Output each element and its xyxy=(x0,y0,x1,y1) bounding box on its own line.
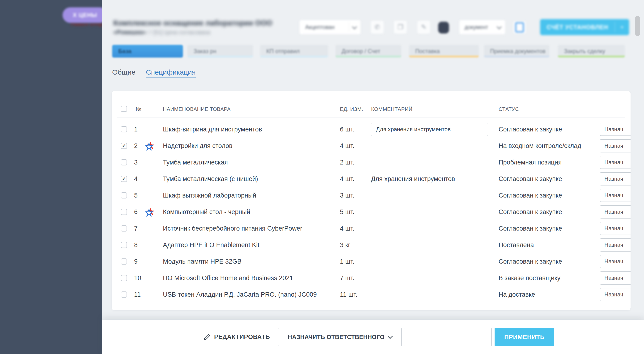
product-quantity: 4 шт. xyxy=(340,220,354,237)
product-name: ПО Microsoft Office Home and Business 20… xyxy=(163,270,293,286)
row-star-badge xyxy=(146,141,154,151)
copy-button[interactable] xyxy=(514,21,526,34)
assign-button[interactable]: Назнач xyxy=(600,123,630,136)
footer-action-bar: РЕДАКТИРОВАТЬ НАЗНАЧИТЬ ОТВЕТСТВЕННОГО П… xyxy=(102,320,644,354)
status-dropdown-button[interactable]: Акцептован xyxy=(299,20,361,34)
pipeline-stage-accent xyxy=(484,56,549,58)
assign-button[interactable]: Назнач xyxy=(600,139,630,152)
plus-icon: + xyxy=(615,24,629,30)
dark-badge-icon[interactable] xyxy=(438,22,449,34)
row-checkbox[interactable]: ✔ xyxy=(121,143,127,149)
product-name: Шкаф-витрина для инструментов xyxy=(163,121,262,138)
row-number: 1 xyxy=(134,121,150,138)
product-name: Модуль памяти HPE 32GB xyxy=(163,253,242,270)
product-quantity: 7 шт. xyxy=(340,270,354,286)
row-number: 7 xyxy=(134,220,150,237)
row-checkbox[interactable] xyxy=(121,159,127,166)
deal-title-line1: Комплексное оснащение лаборатории ООО xyxy=(113,19,272,28)
pipeline-stage-accent xyxy=(558,56,625,58)
pipeline-stage-pill[interactable]: Приемка документов xyxy=(484,45,549,58)
pipeline-stage-pill[interactable]: Закрыть сделку xyxy=(558,45,625,58)
row-number: 5 xyxy=(134,187,150,204)
status-text: В заказе поставщику xyxy=(498,270,560,286)
assign-button[interactable]: Назнач xyxy=(600,222,630,235)
row-number: 8 xyxy=(134,237,150,253)
product-name: Компьютерный стол - черный xyxy=(163,204,250,220)
status-text: Согласован к закупке xyxy=(498,171,562,187)
footer-value-input[interactable] xyxy=(404,328,492,346)
pipeline-stage-pill[interactable]: Заказ рн xyxy=(188,45,253,58)
deal-company-name: «Ромашка» xyxy=(113,29,146,36)
product-quantity: 6 шт. xyxy=(340,121,354,138)
tab-specification[interactable]: Спецификация xyxy=(146,68,196,78)
row-checkbox[interactable] xyxy=(121,192,127,198)
tab-general[interactable]: Общие xyxy=(112,68,136,76)
deal-title: Комплексное оснащение лаборатории ООО «Р… xyxy=(113,19,272,36)
primary-header-button[interactable]: СЧЁТ УСТАНОВЛЕН + xyxy=(540,19,629,35)
document-dropdown-button[interactable]: документ xyxy=(459,20,506,34)
select-all-checkbox[interactable] xyxy=(121,106,127,112)
divider xyxy=(117,101,625,101)
row-checkbox[interactable] xyxy=(121,258,127,264)
table-row: 3Тумба металлическая2 шт.Проблемная пози… xyxy=(112,154,630,171)
product-quantity: 4 шт. xyxy=(340,171,354,187)
pipeline-stage-pill[interactable]: КП отправил xyxy=(260,45,328,58)
row-checkbox[interactable]: ✔ xyxy=(121,176,127,182)
assign-button[interactable]: Назнач xyxy=(600,288,630,301)
chevron-down-icon xyxy=(497,24,502,29)
column-header-status: СТАТУС xyxy=(498,106,519,113)
phone-button[interactable]: ✆ xyxy=(371,20,384,34)
assign-responsible-button[interactable]: НАЗНАЧИТЬ ОТВЕТСТВЕННОГО xyxy=(278,328,402,346)
row-checkbox[interactable] xyxy=(121,275,127,281)
product-quantity: 3 шт. xyxy=(340,187,354,204)
table-row: ✔2Надстройки для столов4 шт.На входном к… xyxy=(112,138,630,154)
pipeline-stage-pill[interactable]: Договор / Счет xyxy=(336,45,401,58)
product-name: Тумба металлическая xyxy=(163,154,228,171)
divider xyxy=(349,22,349,32)
row-checkbox[interactable] xyxy=(121,292,127,298)
pencil-icon xyxy=(204,334,210,340)
product-name: Источник бесперебойного питания CyberPow… xyxy=(163,220,302,237)
pipeline-stage-accent xyxy=(409,56,479,58)
scrollbar-thumb[interactable] xyxy=(635,16,640,36)
row-checkbox[interactable] xyxy=(121,226,127,232)
row-checkbox[interactable] xyxy=(121,242,127,248)
assign-button[interactable]: Назнач xyxy=(600,272,630,284)
table-row: 6Компьютерный стол - черный5 шт.Согласов… xyxy=(112,204,630,220)
assign-button[interactable]: Назнач xyxy=(600,189,630,202)
row-number: 11 xyxy=(134,286,150,303)
deal-title-meta: / / [51] Цена согласована xyxy=(148,29,210,36)
product-name: Адаптер HPE iLO Enablement Kit xyxy=(163,237,260,253)
assign-button[interactable]: Назнач xyxy=(600,238,630,252)
row-checkbox[interactable] xyxy=(121,209,127,215)
pipeline-stage-pill[interactable]: База xyxy=(112,45,183,58)
status-text: Согласован к закупке xyxy=(498,204,562,220)
pipeline-stage-accent xyxy=(188,56,253,58)
comment-input[interactable] xyxy=(371,123,488,136)
status-text: Согласован к закупке xyxy=(498,187,562,204)
pipeline-stage-pill[interactable]: Поставка xyxy=(409,45,479,58)
table-row: 5Шкаф вытяжной лабораторный3 шт.Согласов… xyxy=(112,187,630,204)
row-number: 3 xyxy=(134,154,150,171)
table-row: 11USB-токен Аладдин Р.Д. JaCarta PRO. (n… xyxy=(112,286,630,303)
copy-icon xyxy=(515,22,524,32)
assign-button[interactable]: Назнач xyxy=(600,255,630,268)
row-checkbox[interactable] xyxy=(121,126,127,132)
phone-icon: ✆ xyxy=(375,23,380,31)
product-quantity: 3 кг xyxy=(340,237,350,253)
army-star-icon xyxy=(146,141,154,151)
row-number: 9 xyxy=(134,253,150,270)
column-header-comment: КОММЕНТАРИЙ xyxy=(371,106,412,113)
edit-button-small[interactable]: ✎ xyxy=(417,20,430,34)
file-button[interactable]: ❐ xyxy=(394,20,407,34)
assign-button[interactable]: Назнач xyxy=(600,172,630,186)
apply-button-label: ПРИМЕНИТЬ xyxy=(504,334,544,341)
assign-button[interactable]: Назнач xyxy=(600,156,630,169)
edit-button[interactable]: РЕДАКТИРОВАТЬ xyxy=(204,320,270,354)
apply-button[interactable]: ПРИМЕНИТЬ xyxy=(494,328,554,346)
row-star-badge xyxy=(146,207,154,217)
price-toast[interactable]: Х ЦЕНЫ xyxy=(62,7,108,23)
product-quantity: 1 шт. xyxy=(340,253,354,270)
assign-button[interactable]: Назнач xyxy=(600,205,630,218)
army-star-icon xyxy=(146,207,154,217)
